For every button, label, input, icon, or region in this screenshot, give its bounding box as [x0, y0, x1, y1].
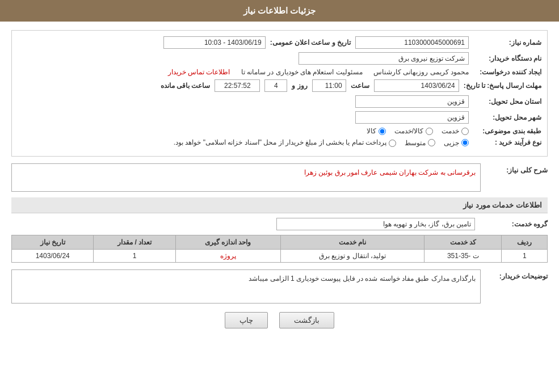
remaining-days: 4: [264, 79, 287, 92]
announcement-value: 1403/06/19 - 10:03: [163, 36, 266, 49]
response-deadline-label: مهلت ارسال پاسخ: تا تاریخ:: [464, 82, 541, 90]
category-label: طبقه بندی موضوعی:: [473, 127, 541, 135]
services-table-head: ردیف کد خدمت نام خدمت واحد اندازه گیری ت…: [12, 235, 548, 250]
need-description-text: برقرسانی به شرکت بهاران شیمی عارف امور ب…: [11, 163, 481, 192]
buttons-row: بازگشت چاپ: [11, 312, 548, 328]
cell-service-name: تولید، انتقال و توزیع برق: [280, 250, 424, 263]
cell-quantity: 1: [94, 250, 175, 263]
row-purchase-type: نوع فرآیند خرید : جزیی متوسط پرداخت تمام…: [18, 138, 541, 147]
col-quantity: تعداد / مقدار: [94, 235, 175, 250]
purchase-option-partial[interactable]: جزیی: [444, 139, 469, 147]
category-option-goods[interactable]: کالا: [367, 127, 386, 135]
purchase-radio-partial[interactable]: [461, 139, 469, 146]
cell-service-code: ت -35-351: [424, 250, 502, 263]
category-radio-both[interactable]: [426, 128, 433, 135]
col-row-num: ردیف: [502, 235, 548, 250]
row-service-group: گروه خدمت: تامین برق، گاز، بخار و تهویه …: [11, 218, 548, 230]
purchase-option-medium[interactable]: متوسط: [405, 139, 435, 147]
services-table-header-row: ردیف کد خدمت نام خدمت واحد اندازه گیری ت…: [12, 235, 548, 250]
purchase-type-options: جزیی متوسط پرداخت تمام یا بخشی از مبلغ خ…: [174, 138, 469, 147]
services-table: ردیف کد خدمت نام خدمت واحد اندازه گیری ت…: [11, 235, 548, 263]
response-time-label: ساعت: [351, 82, 369, 90]
service-group-label: گروه خدمت:: [480, 220, 548, 228]
purchase-label-full: پرداخت تمام یا بخشی از مبلغ خریدار از مح…: [174, 138, 386, 146]
category-radio-goods[interactable]: [379, 128, 386, 135]
col-service-code: کد خدمت: [424, 235, 502, 250]
creator-label: ایجاد کننده درخواست:: [473, 68, 541, 76]
category-label-both: کالا/خدمت: [394, 127, 423, 135]
category-radio-service[interactable]: [461, 128, 469, 135]
province-value: قزوین: [355, 95, 469, 108]
purchase-type-label: نوع فرآیند خرید :: [473, 138, 541, 146]
print-button[interactable]: چاپ: [225, 312, 268, 328]
remaining-time: 22:57:52: [215, 79, 260, 92]
category-option-both[interactable]: کالا/خدمت: [394, 127, 433, 135]
row-need-number: شماره نیاز: 1103000045000691 تاریخ و ساع…: [18, 36, 541, 49]
row-buyer-notes: توضیحات خریدار: بارگذاری مدارک طبق مفاد …: [11, 269, 548, 304]
services-section-title: اطلاعات خدمات مورد نیاز: [11, 197, 548, 213]
page-title: جزئیات اطلاعات نیاز: [243, 6, 316, 15]
row-category: طبقه بندی موضوعی: خدمت کالا/خدمت کالا: [18, 127, 541, 135]
requester-value: شرکت توزیع نیروی برق: [299, 52, 469, 65]
category-radio-group: خدمت کالا/خدمت کالا: [367, 127, 469, 135]
page-header: جزئیات اطلاعات نیاز: [0, 0, 559, 22]
purchase-label-medium: متوسط: [405, 139, 426, 147]
row-requester: نام دستگاه خریدار: شرکت توزیع نیروی برق: [18, 52, 541, 65]
purchase-label-partial: جزیی: [444, 139, 459, 147]
province-label: استان محل تحویل:: [473, 98, 541, 106]
col-date: تاریخ نیاز: [12, 235, 94, 250]
purchase-radio-full[interactable]: [389, 140, 396, 147]
table-row: 1 ت -35-351 تولید، انتقال و توزیع برق پر…: [12, 250, 548, 263]
need-number-value: 1103000045000691: [355, 36, 469, 49]
buyer-notes-label: توضیحات خریدار:: [485, 269, 548, 280]
service-group-value: تامین برق، گاز، بخار و تهویه هوا: [276, 218, 475, 230]
row-need-description: شرح کلی نیاز: برقرسانی به شرکت بهاران شی…: [11, 163, 548, 192]
row-province: استان محل تحویل: قزوین: [18, 95, 541, 108]
creator-role: مسئولیت استعلام های خودیاری در سامانه تا: [241, 68, 363, 76]
response-time: 11:00: [312, 79, 346, 92]
remaining-time-label: ساعت باقی مانده: [161, 82, 211, 90]
cell-date: 1403/06/24: [12, 250, 94, 263]
page-container: جزئیات اطلاعات نیاز شماره نیاز: 11030000…: [0, 0, 559, 392]
row-creator: ایجاد کننده درخواست: محمود کریمی روزبهان…: [18, 68, 541, 76]
need-number-label: شماره نیاز:: [473, 39, 541, 47]
city-label: شهر محل تحویل:: [473, 113, 541, 121]
back-button[interactable]: بازگشت: [279, 312, 334, 328]
contact-link[interactable]: اطلاعات تماس خریدار: [168, 68, 230, 76]
col-unit: واحد اندازه گیری: [175, 235, 280, 250]
announcement-label: تاریخ و ساعت اعلان عمومی:: [270, 39, 351, 47]
row-response-deadline: مهلت ارسال پاسخ: تا تاریخ: 1403/06/24 سا…: [18, 79, 541, 92]
remaining-days-label: روز و: [292, 82, 307, 90]
main-info-section: شماره نیاز: 1103000045000691 تاریخ و ساع…: [11, 30, 548, 157]
category-label-goods: کالا: [367, 127, 376, 135]
category-label-service: خدمت: [442, 127, 459, 135]
cell-row-num: 1: [502, 250, 548, 263]
creator-name: محمود کریمی روزبهانی کارشناس: [373, 68, 469, 76]
purchase-radio-medium[interactable]: [428, 139, 435, 146]
buyer-notes-text: بارگذاری مدارک طبق مفاد خواسته شده در فا…: [11, 269, 481, 304]
col-service-name: نام خدمت: [280, 235, 424, 250]
need-description-label: شرح کلی نیاز:: [485, 163, 548, 174]
content-area: شماره نیاز: 1103000045000691 تاریخ و ساع…: [0, 22, 559, 343]
purchase-option-full[interactable]: پرداخت تمام یا بخشی از مبلغ خریدار از مح…: [174, 138, 396, 147]
category-option-service[interactable]: خدمت: [442, 127, 469, 135]
requester-label: نام دستگاه خریدار:: [473, 54, 541, 62]
services-table-body: 1 ت -35-351 تولید، انتقال و توزیع برق پر…: [12, 250, 548, 263]
cell-unit: پروژه: [175, 250, 280, 263]
row-city: شهر محل تحویل: قزوین: [18, 111, 541, 124]
city-value: قزوین: [355, 111, 469, 124]
response-date: 1403/06/24: [374, 79, 459, 92]
